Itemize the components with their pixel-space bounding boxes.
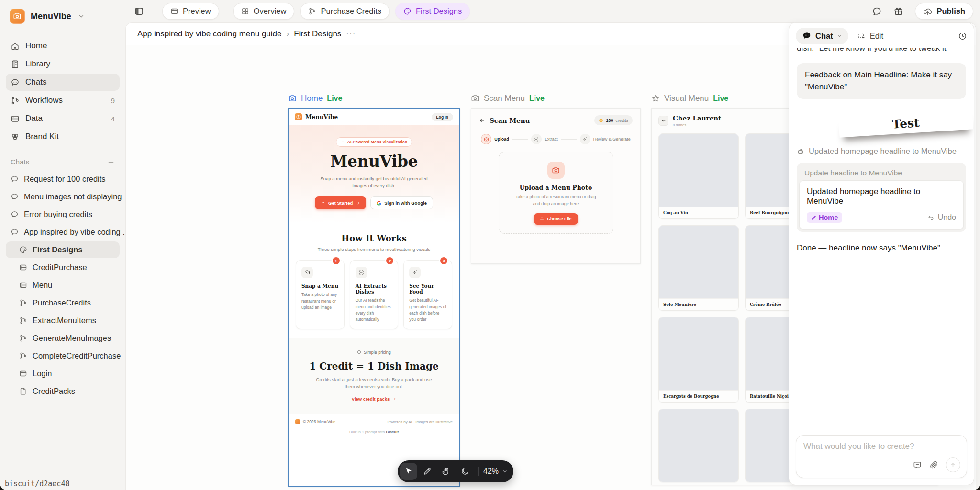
star-icon	[651, 94, 660, 103]
chat-item-request-credits[interactable]: Request for 100 credits	[6, 171, 120, 187]
view-credit-packs-link[interactable]: View credit packs	[352, 396, 397, 402]
draw-tool[interactable]	[419, 463, 436, 480]
gift-icon[interactable]	[893, 6, 903, 16]
chat-item-first-designs[interactable]: First Designs	[6, 241, 120, 258]
attachment-icon[interactable]	[929, 460, 938, 469]
dish-card[interactable]: Escargots de Bourgogne	[658, 317, 739, 403]
publish-button[interactable]: Publish	[915, 3, 973, 20]
frame-name: Visual Menu	[664, 94, 709, 103]
dish-name: Escargots de Bourgogne	[659, 390, 738, 402]
chat-item-label: GenerateMenuImages	[33, 334, 111, 343]
home-badge-label: Home	[819, 214, 838, 221]
purchase-credits-tab[interactable]: Purchase Credits	[300, 3, 390, 20]
cursor-icon	[404, 467, 413, 476]
chat-item-label: Menu images not displaying	[24, 192, 122, 201]
breadcrumb-project[interactable]: App inspired by vibe coding menu guide	[137, 29, 281, 39]
chat-mode-tab[interactable]: Chat	[796, 28, 848, 44]
zoom-control[interactable]: 42%	[483, 467, 508, 476]
step-number-badge: 1	[333, 257, 340, 264]
get-started-button[interactable]: Get Started	[315, 196, 366, 209]
sidebar-item-brand-kit[interactable]: Brand Kit	[6, 128, 120, 145]
chat-input-box[interactable]	[796, 435, 967, 478]
dish-card[interactable]: Sole Meunière	[658, 225, 739, 311]
chat-input[interactable]	[803, 442, 959, 458]
first-designs-tab[interactable]: First Designs	[395, 3, 470, 20]
chat-item-menu-images[interactable]: Menu images not displaying	[6, 188, 120, 205]
new-chat-button[interactable]	[107, 158, 115, 166]
google-signin-button[interactable]: Sign in with Google	[370, 196, 433, 209]
view-credit-packs-label: View credit packs	[352, 396, 390, 402]
dish-image-placeholder	[659, 409, 738, 482]
undo-button[interactable]: Undo	[927, 213, 956, 222]
hero-badge-label: AI-Powered Menu Visualization	[347, 140, 407, 144]
upload-stepper: Upload Extract Review & Generate	[471, 134, 640, 144]
back-arrow-icon[interactable]	[479, 118, 485, 123]
chat-item-creditpurchase[interactable]: CreditPurchase	[6, 259, 120, 276]
sidebar-toggle-icon[interactable]	[134, 6, 144, 16]
chat-mode-icon[interactable]	[913, 460, 922, 470]
edit-mode-button[interactable]: Edit	[857, 32, 883, 41]
chat-item-completecreditpurchase[interactable]: CompleteCreditPurchase	[6, 348, 120, 364]
login-button[interactable]: Log In	[432, 113, 454, 121]
back-arrow-icon[interactable]	[658, 116, 668, 126]
chat-bubble-icon	[11, 228, 19, 236]
home-frame[interactable]: MenuVibe Log In AI-Powered Menu Visualiz…	[288, 108, 460, 487]
chat-bubble-icon	[11, 210, 19, 218]
chat-messages[interactable]: dish." Let me know if you'd like to twea…	[789, 48, 974, 428]
overview-button[interactable]: Overview	[233, 3, 295, 20]
assistant-message-truncated: dish." Let me know if you'd like to twea…	[797, 48, 966, 54]
built-with-badge[interactable]: Built in 1 prompt with Biscuit	[289, 427, 459, 440]
chat-item-menu[interactable]: Menu	[6, 277, 120, 294]
select-tool[interactable]	[400, 463, 417, 480]
build-status: biscuit/d2aec48	[5, 479, 69, 488]
tool-card-body: Updated homepage headline to MenuVibe	[807, 187, 956, 206]
live-badge: Live	[327, 94, 342, 103]
sidebar-item-workflows[interactable]: Workflows 9	[6, 92, 120, 109]
scan-icon	[356, 267, 367, 278]
visual-frame-label[interactable]: Visual Menu Live	[651, 94, 728, 103]
workflow-icon	[19, 352, 27, 360]
chat-item-generatemenuimages[interactable]: GenerateMenuImages	[6, 330, 120, 347]
restaurant-name: Chez Laurent	[673, 115, 721, 122]
sidebar-item-library[interactable]: Library	[6, 55, 120, 73]
chat-item-creditpacks[interactable]: CreditPacks	[6, 383, 120, 400]
history-icon[interactable]	[958, 32, 967, 41]
chat-item-app-inspired[interactable]: App inspired by vibe coding ...	[6, 224, 120, 240]
sidebar-item-label: Brand Kit	[25, 132, 59, 142]
credits-pill[interactable]: 100 credits	[594, 115, 633, 125]
workflow-icon	[308, 7, 316, 15]
table-icon	[19, 281, 27, 289]
how-step-card: 2 AI Extracts Dishes Our AI reads the me…	[350, 260, 399, 329]
pricing-subtitle: Credits start at just a few cents each. …	[313, 376, 435, 390]
theme-tool[interactable]	[456, 463, 473, 480]
chat-item-login[interactable]: Login	[6, 365, 120, 382]
feedback-icon[interactable]	[872, 6, 882, 16]
home-page-badge[interactable]: Home	[807, 212, 842, 223]
workspace-switcher[interactable]: MenuVibe	[6, 7, 120, 26]
breadcrumb-more-button[interactable]: ···	[346, 29, 356, 39]
step-number-badge: 3	[440, 257, 447, 264]
sidebar-item-chats[interactable]: Chats	[6, 74, 120, 91]
pan-tool[interactable]	[437, 463, 455, 480]
upload-dropzone[interactable]: Upload a Menu Photo Take a photo of a re…	[499, 152, 613, 234]
send-button[interactable]	[946, 457, 960, 472]
scan-frame-label[interactable]: Scan Menu Live	[471, 94, 545, 103]
dish-card[interactable]	[658, 409, 739, 482]
sidebar-item-home[interactable]: Home	[6, 37, 120, 54]
pricing-eyebrow: Simple pricing	[364, 350, 391, 355]
chat-item-purchasecredits[interactable]: PurchaseCredits	[6, 294, 120, 311]
sidebar-item-data[interactable]: Data 4	[6, 110, 120, 127]
chat-item-extractmenuitems[interactable]: ExtractMenuItems	[6, 312, 120, 329]
palette-icon	[403, 7, 412, 15]
preview-button[interactable]: Preview	[162, 3, 219, 20]
home-frame-label[interactable]: Home Live	[288, 94, 342, 103]
book-icon	[11, 60, 20, 69]
get-started-label: Get Started	[328, 200, 353, 206]
chat-item-error-buying[interactable]: Error buying credits	[6, 206, 120, 223]
edit-label: Edit	[870, 32, 883, 41]
scan-menu-frame[interactable]: Scan Menu 100 credits Upload	[471, 108, 641, 264]
choose-file-button[interactable]: Choose File	[534, 213, 578, 225]
chat-item-label: CompleteCreditPurchase	[33, 351, 121, 360]
site-footer: © 2026 MenuVibe Powered by AI · Images a…	[289, 414, 459, 427]
dish-card[interactable]: Coq au Vin	[658, 133, 739, 219]
